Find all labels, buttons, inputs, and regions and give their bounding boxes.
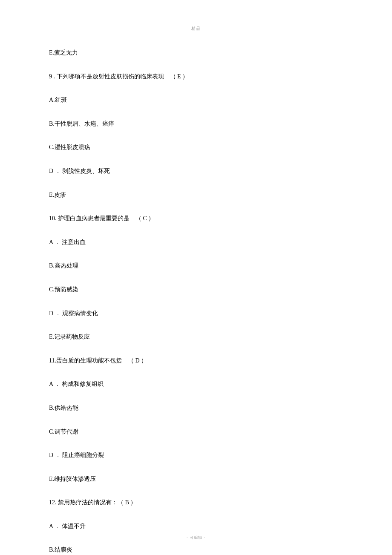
q10-option-c: C.预防感染 [49, 285, 343, 294]
q12-option-a: A ． 体温不升 [49, 522, 343, 531]
question-10: 10. 护理白血病患者最重要的是 （ C ） [49, 214, 343, 223]
q11-option-a: A ． 构成和修复组织 [49, 380, 343, 388]
q11-option-d: D ． 阻止癌细胞分裂 [49, 451, 343, 460]
q10-option-b: B.高热处理 [49, 262, 343, 270]
q12-option-b: B.结膜炎 [49, 546, 343, 554]
q9-option-a: A.红斑 [49, 96, 343, 104]
q11-option-b: B.供给热能 [49, 404, 343, 412]
q11-option-c: C.调节代谢 [49, 428, 343, 436]
document-page: 精品 E.疲乏无力 9 . 下列哪项不是放射性皮肤损伤的临床表现 （ E ） A… [0, 0, 392, 554]
question-9: 9 . 下列哪项不是放射性皮肤损伤的临床表现 （ E ） [49, 72, 343, 81]
q11-option-e: E.维持胶体渗透压 [49, 475, 343, 483]
q9-option-e: E.皮疹 [49, 191, 343, 199]
q10-option-a: A ． 注意出血 [49, 238, 343, 247]
q9-option-b: B.干性脱屑、水疱、瘙痒 [49, 120, 343, 128]
q9-option-d: D ． 剥脱性皮炎、坏死 [49, 167, 343, 175]
q10-option-d: D ． 观察病情变化 [49, 309, 343, 318]
question-12: 12. 禁用热疗法的情况有：（ B ） [49, 498, 343, 507]
option-e-prev: E.疲乏无力 [49, 49, 343, 57]
q9-option-c: C.湿性脱皮溃疡 [49, 143, 343, 152]
header-watermark: 精品 [49, 26, 343, 32]
footer-watermark: - 可编辑 - [0, 535, 392, 541]
q10-option-e: E.记录药物反应 [49, 333, 343, 341]
question-11: 11.蛋白质的生理功能不包括 （ D ） [49, 357, 343, 365]
